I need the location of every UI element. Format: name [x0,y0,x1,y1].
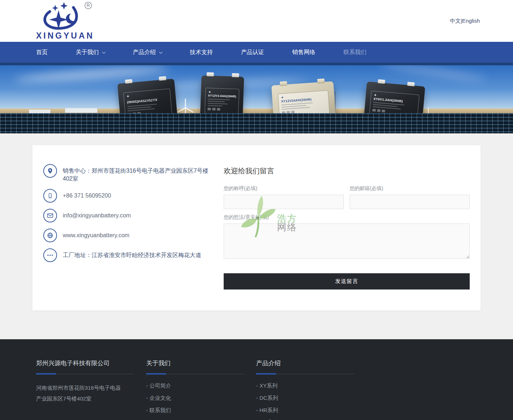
footer-products-column: 产品介绍 - XY系列 - DC系列 - HR系列 - 2V系列 [256,359,363,420]
hero-banner: ✦ XY12V12AH(20HR) ✦ XY12V2.6AH(20HR) ✦ X… [0,65,513,133]
name-input[interactable] [224,195,344,209]
footer-divider [146,373,244,375]
footer-divider [256,373,354,375]
envelope-icon [43,209,57,222]
language-switcher: 中文|English [450,18,481,25]
nav-item-tech-support[interactable]: 技术支持 [186,42,216,63]
send-message-button[interactable]: 发送留言 [224,273,470,289]
cloud [379,65,487,82]
contact-item-email: info@xingyuanbattery.com [43,209,214,222]
nav-item-products[interactable]: 产品介绍 [129,42,165,63]
location-pin-icon [43,164,57,178]
sales-center-address: 销售中心：郑州市莲花街316号电子电器产业园东区7号楼402室 [63,164,214,183]
nav-item-home[interactable]: 首页 [32,42,51,63]
contact-info-column: 销售中心：郑州市莲花街316号电子电器产业园东区7号楼402室 +86 371 … [43,164,214,289]
footer-link-xy-series[interactable]: - XY系列 [256,383,363,389]
nav-item-certification[interactable]: 产品认证 [237,42,268,63]
main-content: 销售中心：郑州市莲花街316号电子电器产业园东区7号楼402室 +86 371 … [0,133,513,325]
contact-item-website: www.xingyuanbattery.com [43,229,214,242]
battery-label: XY12V12AH(20HR) [127,98,157,104]
solar-panel-field [0,113,513,133]
registered-mark-icon: R [85,2,92,9]
contact-card: 销售中心：郑州市莲花街316号电子电器产业园东区7号楼402室 +86 371 … [32,145,481,310]
logo-wordmark: XINGYUAN [36,31,94,41]
contact-item-phone: +86 371 56095200 [43,189,214,203]
chevron-down-icon [102,50,106,54]
battery-logo-mark: ✦ [126,91,167,98]
battery-label: XY12V2.6AH(20HR) [208,94,236,98]
website-link[interactable]: www.xingyuanbattery.com [63,229,130,242]
phone-number: +86 371 56095200 [63,189,111,203]
contact-item-sales-center: 销售中心：郑州市莲花街316号电子电器产业园东区7号楼402室 [43,164,214,183]
footer-company-title: 郑州兴源电子科技有限公司 [36,359,142,367]
svg-text:R: R [87,3,90,8]
footer-link-hr-series[interactable]: - HR系列 [256,407,363,414]
factory-address: 工厂地址：江苏省淮安市盱眙经济技术开发区梅花大道 [63,248,201,262]
footer-company-column: 郑州兴源电子科技有限公司 河南省郑州市莲花街316号电子电器产业园东区7号楼40… [36,359,142,420]
ellipsis-icon [43,248,57,262]
email-input[interactable] [350,195,470,209]
footer-link-company-profile[interactable]: - 公司简介 [146,383,253,389]
footer-about-title: 关于我们 [146,359,253,367]
globe-icon [43,229,57,242]
message-textarea[interactable] [224,224,470,259]
name-field-label: 您的称呼(必填) [224,185,344,192]
footer-about-column: 关于我们 - 公司简介 - 企业文化 - 联系我们 [146,359,253,420]
nav-item-sales-network[interactable]: 销售网络 [289,42,319,63]
company-logo[interactable]: R XINGYUAN [32,1,94,41]
nav-item-contact[interactable]: 联系我们 [340,42,370,63]
nav-item-about[interactable]: 关于我们 [72,42,108,63]
form-title: 欢迎给我们留言 [224,166,470,176]
message-field-label: 您的想法/意见(必填) [224,214,470,221]
logo-star-swoosh-icon: R [38,1,92,32]
lang-en-link[interactable]: English [462,18,480,24]
footer-products-title: 产品介绍 [256,359,363,367]
footer-divider [36,373,134,375]
chevron-down-icon [159,50,163,54]
mobile-phone-icon [43,189,57,203]
email-field-label: 您的邮箱(必填) [350,185,470,192]
lang-zh-link[interactable]: 中文 [450,18,461,24]
distant-building [29,110,51,113]
footer-link-dc-series[interactable]: - DC系列 [256,395,363,402]
message-form: 欢迎给我们留言 您的称呼(必填) 您的邮箱(必填) 您的想法/意见(必填) [224,164,470,289]
header: R XINGYUAN 中文|English [0,0,513,42]
footer-link-contact[interactable]: - 联系我们 [146,407,253,414]
distant-building [65,108,97,113]
footer-link-culture[interactable]: - 企业文化 [146,395,253,402]
contact-item-factory: 工厂地址：江苏省淮安市盱眙经济技术开发区梅花大道 [43,248,214,262]
footer-company-address: 河南省郑州市莲花街316号电子电器产业园东区7号楼402室 [36,383,124,404]
email-link[interactable]: info@xingyuanbattery.com [63,209,131,222]
footer: 郑州兴源电子科技有限公司 河南省郑州市莲花街316号电子电器产业园东区7号楼40… [0,339,513,420]
main-nav: 首页 关于我们 产品介绍 技术支持 产品认证 销售网络 联系我们 [0,42,513,65]
